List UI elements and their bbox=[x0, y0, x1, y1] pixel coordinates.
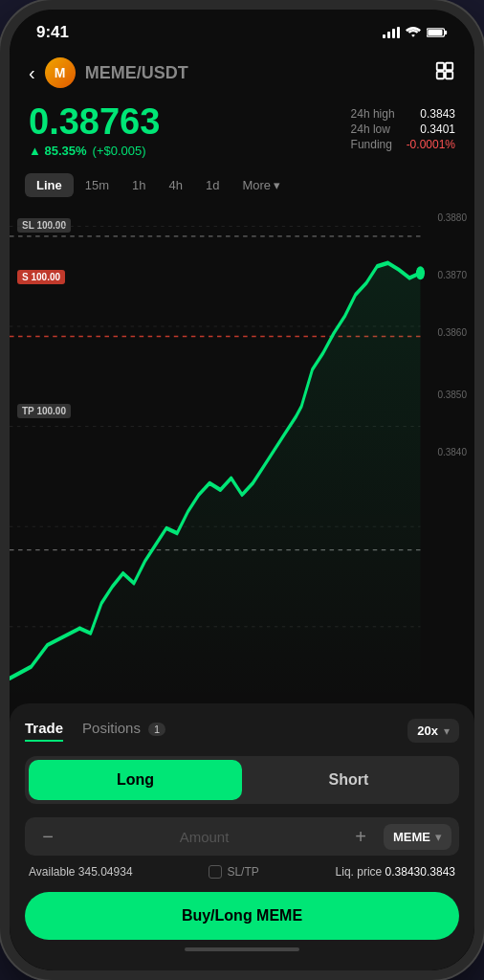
home-indicator bbox=[185, 947, 299, 951]
status-bar: 9:41 bbox=[10, 10, 474, 50]
amount-row: − Amount + MEME ▾ bbox=[25, 817, 459, 856]
low-label: 24h low bbox=[351, 122, 395, 136]
positions-badge: 1 bbox=[148, 723, 165, 736]
svg-rect-5 bbox=[437, 71, 444, 78]
svg-rect-1 bbox=[445, 31, 447, 34]
decrement-button[interactable]: − bbox=[33, 821, 63, 852]
funding-value: -0.0001% bbox=[407, 138, 455, 151]
chevron-down-icon: ▾ bbox=[274, 178, 280, 192]
tab-positions[interactable]: Positions 1 bbox=[82, 720, 165, 742]
tab-more[interactable]: More ▾ bbox=[231, 173, 292, 197]
price-section: 0.38763 ▲ 85.35% (+$0.005) 24h high 0.38… bbox=[10, 98, 474, 167]
phone-inner: 9:41 ‹ bbox=[10, 10, 474, 970]
pair-quote: /USDT bbox=[137, 63, 188, 82]
short-button[interactable]: Short bbox=[242, 760, 455, 800]
leverage-chevron-icon: ▾ bbox=[444, 724, 450, 738]
svg-rect-6 bbox=[446, 71, 452, 78]
chart-toggle-button[interactable] bbox=[434, 60, 455, 86]
tab-15m[interactable]: 15m bbox=[74, 173, 121, 197]
low-value: 0.3401 bbox=[407, 122, 455, 136]
status-icons bbox=[383, 27, 448, 38]
svg-rect-2 bbox=[428, 30, 442, 35]
trade-tabs-row: Trade Positions 1 20x ▾ bbox=[25, 719, 459, 743]
pair-title: MEME/USDT bbox=[85, 63, 188, 83]
svg-rect-4 bbox=[446, 62, 452, 69]
tab-1d[interactable]: 1d bbox=[194, 173, 231, 197]
liq-price-info: Liq. price 0.38430.3843 bbox=[336, 865, 455, 879]
bottom-panel: Trade Positions 1 20x ▾ Long Short bbox=[10, 703, 474, 970]
main-price: 0.38763 bbox=[29, 103, 160, 140]
price-change-amt: (+$0.005) bbox=[93, 144, 146, 158]
token-selector-chevron-icon: ▾ bbox=[435, 830, 442, 844]
leverage-value: 20x bbox=[417, 724, 438, 738]
available-value: 345.04934 bbox=[78, 865, 133, 879]
back-button[interactable]: ‹ bbox=[29, 62, 35, 84]
long-button[interactable]: Long bbox=[29, 760, 242, 800]
signal-bars-icon bbox=[383, 27, 400, 38]
header-left: ‹ M MEME/USDT bbox=[29, 57, 188, 88]
sltp-checkbox[interactable]: SL/TP bbox=[209, 865, 258, 879]
price-left: 0.38763 ▲ 85.35% (+$0.005) bbox=[29, 103, 160, 158]
phone-frame: 9:41 ‹ bbox=[0, 0, 484, 980]
tab-line[interactable]: Line bbox=[25, 173, 74, 197]
available-info: Available 345.04934 bbox=[29, 865, 133, 879]
sltp-checkbox-box[interactable] bbox=[209, 865, 222, 879]
tab-4h[interactable]: 4h bbox=[158, 173, 194, 197]
tab-1h[interactable]: 1h bbox=[121, 173, 157, 197]
long-short-toggle: Long Short bbox=[25, 756, 459, 804]
high-label: 24h high bbox=[351, 107, 395, 121]
liq-price-value: 0.3843 bbox=[385, 865, 421, 879]
tab-trade[interactable]: Trade bbox=[25, 720, 63, 742]
trade-tabs: Trade Positions 1 bbox=[25, 720, 165, 742]
wifi-icon bbox=[406, 27, 421, 38]
token-selector-label: MEME bbox=[393, 830, 430, 844]
high-value: 0.3843 bbox=[407, 107, 455, 121]
token-icon: M bbox=[45, 57, 76, 88]
leverage-selector[interactable]: 20x ▾ bbox=[407, 719, 459, 743]
price-change-pct: ▲ 85.35% bbox=[29, 144, 87, 158]
chart-svg bbox=[10, 203, 474, 703]
price-change: ▲ 85.35% (+$0.005) bbox=[29, 144, 160, 158]
status-time: 9:41 bbox=[36, 23, 69, 42]
header: ‹ M MEME/USDT bbox=[10, 50, 474, 98]
buy-long-button[interactable]: Buy/Long MEME bbox=[25, 892, 459, 940]
token-selector[interactable]: MEME ▾ bbox=[384, 824, 451, 850]
info-row: Available 345.04934 SL/TP Liq. price 0.3… bbox=[25, 865, 459, 879]
svg-rect-3 bbox=[437, 62, 444, 69]
amount-input[interactable]: Amount bbox=[71, 829, 338, 845]
svg-marker-16 bbox=[10, 263, 420, 703]
price-stats: 24h high 0.3843 24h low 0.3401 Funding -… bbox=[351, 107, 455, 151]
chart-area: SL 100.00 S 100.00 TP 100.00 0.3880 0.38… bbox=[10, 203, 474, 703]
battery-icon bbox=[427, 27, 448, 38]
increment-button[interactable]: + bbox=[345, 821, 376, 852]
funding-label: Funding bbox=[351, 138, 395, 151]
time-tabs: Line 15m 1h 4h 1d More ▾ bbox=[10, 167, 474, 203]
